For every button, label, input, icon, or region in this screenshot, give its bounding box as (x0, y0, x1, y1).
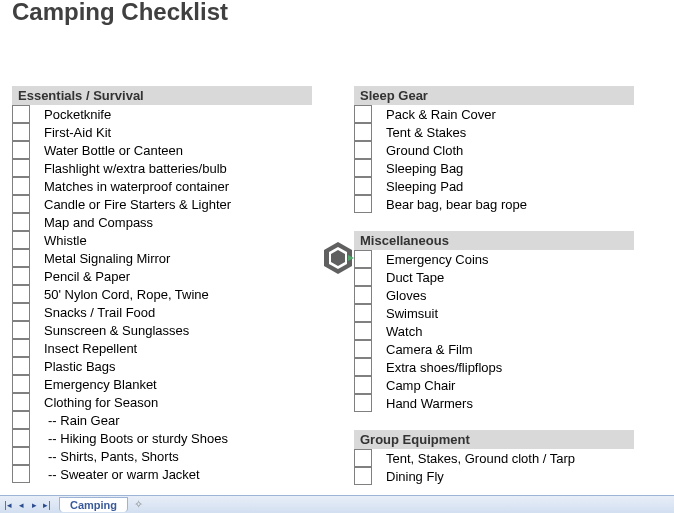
checkbox[interactable] (354, 105, 372, 123)
list-item: Sunscreen & Sunglasses (12, 321, 312, 339)
checkbox[interactable] (354, 358, 372, 376)
list-item: -- Rain Gear (12, 411, 312, 429)
checkbox[interactable] (354, 286, 372, 304)
list-item: Camera & Film (354, 340, 634, 358)
checkbox[interactable] (354, 467, 372, 485)
item-label: Bear bag, bear bag rope (372, 197, 527, 212)
checkbox[interactable] (12, 249, 30, 267)
list-item: Emergency Coins (354, 250, 634, 268)
list-item: First-Aid Kit (12, 123, 312, 141)
checkbox[interactable] (12, 267, 30, 285)
section-header-essentials: Essentials / Survival (12, 86, 312, 105)
item-label: Hand Warmers (372, 396, 473, 411)
list-item: Tent & Stakes (354, 123, 634, 141)
checkbox[interactable] (354, 449, 372, 467)
add-sheet-icon[interactable]: ✧ (134, 498, 143, 511)
checkbox[interactable] (354, 141, 372, 159)
checkbox[interactable] (354, 250, 372, 268)
nav-next-icon[interactable]: ▸ (28, 498, 40, 512)
list-item: -- Sweater or warm Jacket (12, 465, 312, 483)
page-title: Camping Checklist (0, 0, 674, 26)
item-label: Gloves (372, 288, 426, 303)
checkbox[interactable] (12, 447, 30, 465)
list-item: Whistle (12, 231, 312, 249)
checkbox[interactable] (354, 159, 372, 177)
item-label: Flashlight w/extra batteries/bulb (30, 161, 227, 176)
list-item: -- Hiking Boots or sturdy Shoes (12, 429, 312, 447)
item-label: -- Rain Gear (30, 413, 120, 428)
checkbox[interactable] (354, 322, 372, 340)
item-label: -- Hiking Boots or sturdy Shoes (30, 431, 228, 446)
item-label: -- Sweater or warm Jacket (30, 467, 200, 482)
item-label: Water Bottle or Canteen (30, 143, 183, 158)
checkbox[interactable] (12, 375, 30, 393)
checkbox[interactable] (354, 195, 372, 213)
left-column: Essentials / Survival PocketknifeFirst-A… (12, 86, 312, 485)
checkbox[interactable] (12, 339, 30, 357)
checkbox[interactable] (12, 231, 30, 249)
section-group-items: Tent, Stakes, Ground cloth / TarpDining … (354, 449, 634, 485)
checkbox[interactable] (354, 304, 372, 322)
checkbox[interactable] (12, 213, 30, 231)
item-label: Sleeping Bag (372, 161, 463, 176)
list-item: Pack & Rain Cover (354, 105, 634, 123)
checkbox[interactable] (354, 177, 372, 195)
item-label: Swimsuit (372, 306, 438, 321)
list-item: Plastic Bags (12, 357, 312, 375)
item-label: Pencil & Paper (30, 269, 130, 284)
checkbox[interactable] (354, 340, 372, 358)
checkbox[interactable] (12, 159, 30, 177)
right-column: Sleep Gear Pack & Rain CoverTent & Stake… (354, 86, 634, 485)
list-item: Hand Warmers (354, 394, 634, 412)
nav-last-icon[interactable]: ▸| (41, 498, 53, 512)
list-item: Camp Chair (354, 376, 634, 394)
item-label: Map and Compass (30, 215, 153, 230)
item-label: Whistle (30, 233, 87, 248)
item-label: Sleeping Pad (372, 179, 463, 194)
checkbox[interactable] (354, 394, 372, 412)
checkbox[interactable] (12, 105, 30, 123)
item-label: Snacks / Trail Food (30, 305, 155, 320)
item-label: Tent & Stakes (372, 125, 466, 140)
checkbox[interactable] (12, 411, 30, 429)
list-item: Gloves (354, 286, 634, 304)
list-item: Bear bag, bear bag rope (354, 195, 634, 213)
item-label: Emergency Coins (372, 252, 489, 267)
nav-first-icon[interactable]: |◂ (2, 498, 14, 512)
sheet-tab-camping[interactable]: Camping (59, 497, 128, 512)
item-label: Camera & Film (372, 342, 473, 357)
section-header-misc: Miscellaneous (354, 231, 634, 250)
checkbox[interactable] (12, 429, 30, 447)
checkbox[interactable] (12, 123, 30, 141)
checkbox[interactable] (12, 141, 30, 159)
item-label: 50' Nylon Cord, Rope, Twine (30, 287, 209, 302)
checkbox[interactable] (354, 268, 372, 286)
item-label: Clothing for Season (30, 395, 158, 410)
item-label: Dining Fly (372, 469, 444, 484)
checkbox[interactable] (12, 177, 30, 195)
checkbox[interactable] (12, 303, 30, 321)
list-item: Extra shoes/flipflops (354, 358, 634, 376)
list-item: -- Shirts, Pants, Shorts (12, 447, 312, 465)
item-label: Plastic Bags (30, 359, 116, 374)
nav-prev-icon[interactable]: ◂ (15, 498, 27, 512)
section-header-sleep: Sleep Gear (354, 86, 634, 105)
checkbox[interactable] (12, 321, 30, 339)
list-item: Flashlight w/extra batteries/bulb (12, 159, 312, 177)
item-label: Duct Tape (372, 270, 444, 285)
checkbox[interactable] (12, 195, 30, 213)
checkbox[interactable] (354, 123, 372, 141)
checkbox[interactable] (12, 357, 30, 375)
list-item: Sleeping Bag (354, 159, 634, 177)
checkbox[interactable] (354, 376, 372, 394)
content-area: Essentials / Survival PocketknifeFirst-A… (0, 26, 674, 485)
section-misc-items: Emergency CoinsDuct TapeGlovesSwimsuitWa… (354, 250, 634, 412)
item-label: Matches in waterproof container (30, 179, 229, 194)
list-item: Emergency Blanket (12, 375, 312, 393)
tab-nav-group: |◂ ◂ ▸ ▸| (0, 498, 55, 512)
section-essentials-items: PocketknifeFirst-Aid KitWater Bottle or … (12, 105, 312, 483)
checkbox[interactable] (12, 285, 30, 303)
checkbox[interactable] (12, 393, 30, 411)
list-item: Clothing for Season (12, 393, 312, 411)
checkbox[interactable] (12, 465, 30, 483)
